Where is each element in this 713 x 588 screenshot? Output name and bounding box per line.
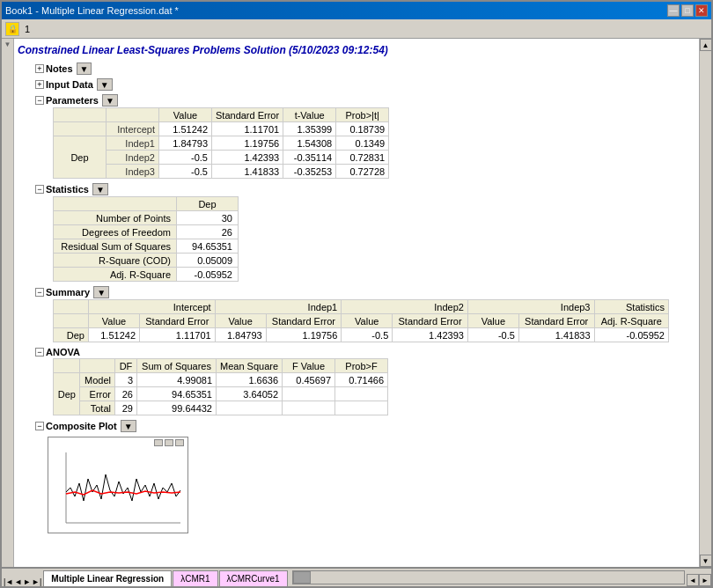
bottom-spacer bbox=[18, 537, 695, 555]
notes-dropdown[interactable]: ▼ bbox=[77, 62, 92, 75]
stats-rss-val: 94.65351 bbox=[177, 239, 239, 254]
summary-indep3-header: Indep3 bbox=[467, 300, 594, 314]
hscroll-left-button[interactable]: ◄ bbox=[687, 574, 699, 586]
stats-adjrsq-val: -0.05952 bbox=[177, 268, 239, 282]
tab-prev-button[interactable]: ◄ bbox=[14, 577, 22, 586]
stats-rss-label: Residual Sum of Squares bbox=[54, 239, 177, 254]
params-indep2-val: -0.5 bbox=[159, 151, 212, 165]
scroll-down-button[interactable]: ▼ bbox=[700, 555, 712, 567]
summary-se-header4: Standard Error bbox=[518, 314, 594, 328]
cmr1-tab-label: CMR1 bbox=[185, 574, 209, 584]
anova-expand-icon[interactable]: − bbox=[35, 348, 44, 356]
anova-probf-header: Prob>F bbox=[335, 359, 388, 373]
stats-table-container: Dep Number of Points 30 Degrees of Freed… bbox=[53, 196, 695, 282]
composite-dropdown[interactable]: ▼ bbox=[121, 420, 136, 432]
scroll-up-button[interactable]: ▲ bbox=[700, 39, 712, 51]
plot-btn1[interactable] bbox=[154, 439, 163, 446]
parameters-header: − Parameters ▼ bbox=[35, 93, 695, 107]
sheet-tab-label: Multiple Linear Regression bbox=[51, 574, 164, 584]
sheet-tab-cmrcurve1[interactable]: λ CMRCurve1 bbox=[219, 570, 288, 586]
tab-first-button[interactable]: |◄ bbox=[4, 577, 13, 586]
input-data-expand-icon[interactable]: + bbox=[35, 80, 44, 89]
stats-table: Dep Number of Points 30 Degrees of Freed… bbox=[53, 196, 239, 282]
scrollbar-thumb[interactable] bbox=[293, 571, 311, 584]
notes-expand-icon[interactable]: + bbox=[35, 64, 44, 73]
summary-intercept-se: 1.11701 bbox=[140, 328, 216, 342]
summary-section: − Summary ▼ Intercept Indep1 Indep2 Inde… bbox=[35, 285, 695, 342]
summary-indep2-val: -0.5 bbox=[342, 328, 393, 342]
stats-dropdown[interactable]: ▼ bbox=[92, 183, 108, 195]
params-row-indep1: Indep1 bbox=[107, 136, 159, 151]
summary-indep2-header: Indep2 bbox=[342, 300, 468, 314]
params-empty-header2 bbox=[107, 108, 159, 122]
sheet-tab-cmr1[interactable]: λ CMR1 bbox=[173, 570, 217, 586]
params-indep1-se: 1.19756 bbox=[212, 136, 283, 151]
input-data-label: Input Data bbox=[46, 79, 93, 90]
close-button[interactable]: ✕ bbox=[695, 4, 708, 17]
plot-btn3[interactable] bbox=[175, 439, 184, 446]
params-indep3-t: -0.35253 bbox=[283, 165, 336, 179]
summary-val-header2: Value bbox=[215, 314, 266, 328]
params-indep1-prob: 0.1349 bbox=[336, 136, 389, 151]
minimize-button[interactable]: — bbox=[667, 4, 680, 17]
horizontal-scrollbar[interactable] bbox=[292, 570, 685, 584]
stats-expand-icon[interactable]: − bbox=[35, 185, 44, 194]
params-indep2-se: 1.42393 bbox=[212, 151, 283, 165]
content-area: ▼ Constrained Linear Least-Squares Probl… bbox=[2, 39, 711, 567]
anova-total-fval bbox=[283, 401, 335, 415]
notes-header: + Notes ▼ bbox=[35, 62, 695, 76]
params-intercept-prob: 0.18739 bbox=[336, 122, 389, 136]
stats-rsq-label: R-Square (COD) bbox=[54, 254, 177, 268]
anova-total-label: Total bbox=[80, 401, 115, 415]
sheet-tab-mlr[interactable]: Multiple Linear Regression bbox=[43, 570, 172, 586]
anova-table-container: DF Sum of Squares Mean Square F Value Pr… bbox=[53, 358, 695, 415]
summary-header: − Summary ▼ bbox=[35, 285, 695, 299]
params-indep2-t: -0.35114 bbox=[283, 151, 336, 165]
main-window: Book1 - Multiple Linear Regression.dat *… bbox=[0, 0, 713, 588]
stats-dof-val: 26 bbox=[177, 225, 239, 239]
notes-label: Notes bbox=[46, 63, 73, 74]
plot-area[interactable] bbox=[48, 437, 188, 533]
summary-expand-icon[interactable]: − bbox=[35, 288, 44, 297]
statistics-section: − Statistics ▼ Dep bbox=[35, 182, 695, 282]
hscroll-right-button[interactable]: ► bbox=[699, 574, 711, 586]
anova-ss-header: Sum of Squares bbox=[137, 359, 217, 373]
table-row: Degrees of Freedom 26 bbox=[54, 225, 239, 239]
composite-expand-icon[interactable]: − bbox=[35, 422, 44, 430]
anova-model-ms: 1.6636 bbox=[217, 373, 283, 387]
sparkline-svg bbox=[53, 448, 185, 532]
anova-label: ANOVA bbox=[46, 347, 80, 357]
params-expand-icon[interactable]: − bbox=[35, 96, 44, 105]
main-content[interactable]: Constrained Linear Least-Squares Problem… bbox=[14, 39, 699, 567]
params-table-container: Value Standard Error t-Value Prob>|t| In… bbox=[53, 107, 695, 179]
params-indep1-val: 1.84793 bbox=[159, 136, 212, 151]
input-data-section: + Input Data ▼ bbox=[35, 77, 695, 92]
anova-empty bbox=[54, 359, 80, 373]
plot-toolbar bbox=[154, 439, 184, 446]
plot-btn2[interactable] bbox=[165, 439, 173, 446]
summary-adjrsq-val: -0.05952 bbox=[594, 328, 669, 342]
summary-val-header1: Value bbox=[89, 314, 140, 328]
params-intercept-val: 1.51242 bbox=[159, 122, 212, 136]
params-row-indep2: Indep2 bbox=[107, 151, 159, 165]
anova-error-ss: 94.65351 bbox=[137, 387, 217, 401]
composite-header: − Composite Plot ▼ bbox=[35, 419, 695, 433]
anova-empty2 bbox=[80, 359, 115, 373]
stats-dep-header: Dep bbox=[177, 197, 239, 211]
window-controls: — □ ✕ bbox=[667, 4, 708, 17]
summary-val-header4: Value bbox=[467, 314, 518, 328]
tab-next-button[interactable]: ► bbox=[23, 577, 31, 586]
params-row-indep3: Indep3 bbox=[107, 165, 159, 179]
summary-dropdown[interactable]: ▼ bbox=[93, 286, 109, 298]
summary-label: Summary bbox=[46, 287, 90, 298]
summary-empty2 bbox=[54, 314, 89, 328]
maximize-button[interactable]: □ bbox=[681, 4, 694, 17]
params-dropdown[interactable]: ▼ bbox=[102, 94, 118, 107]
cmrcurve1-tab-label: CMRCurve1 bbox=[232, 574, 280, 584]
anova-fval-header: F Value bbox=[283, 359, 335, 373]
tab-last-button[interactable]: ►| bbox=[32, 577, 41, 586]
input-data-dropdown[interactable]: ▼ bbox=[97, 78, 113, 91]
title-bar: Book1 - Multiple Linear Regression.dat *… bbox=[2, 2, 711, 19]
params-intercept-se: 1.11701 bbox=[212, 122, 283, 136]
hscroll-buttons: ◄ ► bbox=[687, 574, 711, 586]
